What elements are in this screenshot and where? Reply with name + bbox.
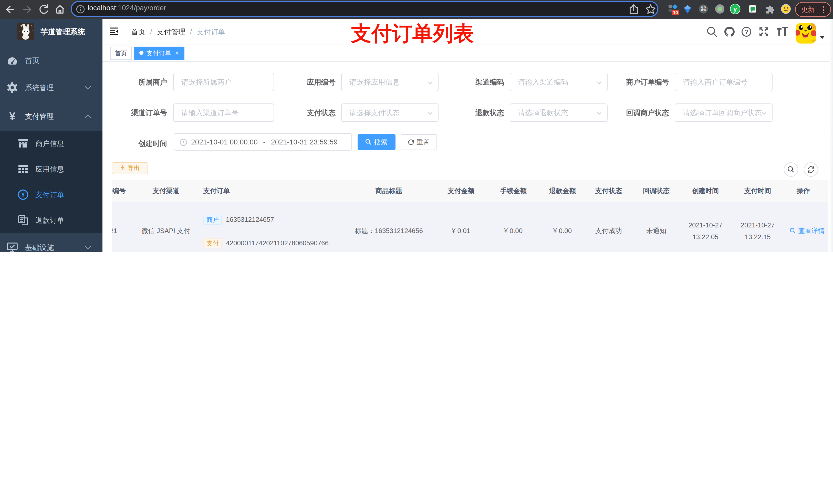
svg-text:¥: ¥ [9, 110, 15, 122]
svg-text:¥: ¥ [21, 191, 25, 198]
svg-text:?: ? [745, 29, 748, 35]
